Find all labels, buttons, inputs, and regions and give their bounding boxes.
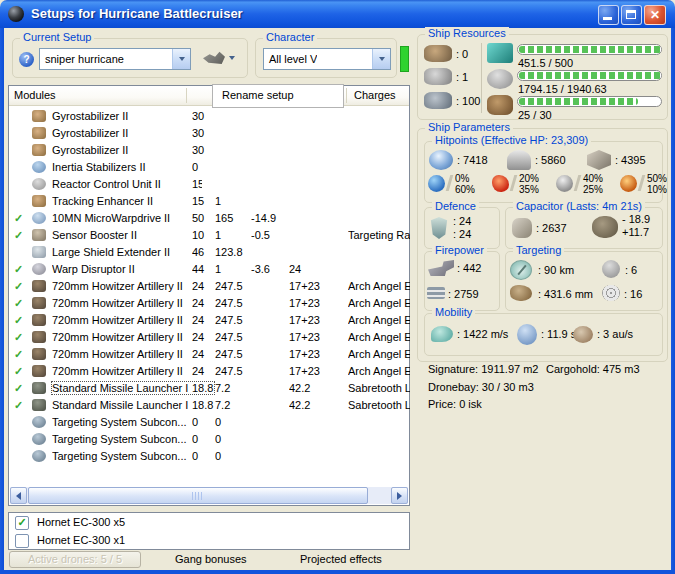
module-row[interactable]: ✓10MN MicroWarpdrive II50165-14.9: [9, 210, 409, 227]
window-border-right: [671, 28, 675, 570]
calibration-icon: [424, 92, 452, 109]
character-combobox[interactable]: All level V: [263, 48, 391, 70]
module-col-2: 247.5: [215, 297, 251, 309]
modules-list[interactable]: Modules Charges Rename setup Gyrostabili…: [8, 85, 410, 506]
mobility-group: Mobility : 1422 m/s : 11.9 s : 3 au/s: [424, 313, 663, 356]
module-icon: [32, 127, 46, 139]
module-col-1: 30: [192, 127, 205, 139]
mobility-label: Mobility: [432, 306, 475, 318]
module-col-1: 18.8: [192, 399, 216, 411]
rename-setup-popup[interactable]: Rename setup: [212, 84, 344, 108]
divider: [481, 43, 482, 113]
active-check-icon: ✓: [14, 212, 28, 225]
module-row[interactable]: ✓720mm Howitzer Artillery II24247.517+23…: [9, 329, 409, 346]
module-col-2: 1: [215, 229, 251, 241]
module-row[interactable]: Targeting System Subcon...00: [9, 448, 409, 465]
radar-needle: [517, 265, 526, 275]
align-time-icon: [517, 324, 537, 345]
tab-gang-bonuses[interactable]: Gang bonuses: [175, 553, 247, 565]
module-col-1: 0: [192, 433, 216, 445]
module-icon: [32, 331, 46, 343]
modules-list-header[interactable]: Modules Charges: [9, 86, 409, 106]
horizontal-scrollbar[interactable]: [10, 487, 408, 504]
cap-peak-value: +11.7: [622, 226, 649, 238]
module-icon: [32, 348, 46, 360]
module-name: 10MN MicroWarpdrive II: [52, 212, 170, 224]
module-charge: Sabretooth L: [348, 399, 410, 411]
module-row[interactable]: Inertia Stabilizers II0: [9, 159, 409, 176]
scrollbar-thumb[interactable]: [28, 487, 368, 504]
current-setup-group: Current Setup ? sniper hurricane: [12, 38, 248, 78]
module-col-4: 24: [289, 263, 341, 275]
drone-row[interactable]: Hornet EC-300 x1: [15, 533, 409, 549]
setup-combobox[interactable]: sniper hurricane: [39, 48, 191, 70]
drone-row[interactable]: ✓Hornet EC-300 x5: [15, 515, 409, 531]
module-col-2: 247.5: [215, 280, 251, 292]
module-col-1: 30: [192, 144, 205, 156]
active-check-icon: ✓: [14, 314, 28, 327]
defence-group: Defence : 24 : 24: [424, 207, 500, 249]
module-row[interactable]: ✓720mm Howitzer Artillery II24247.517+23…: [9, 363, 409, 380]
module-row[interactable]: ✓Sensor Booster II101-0.5Targeting Ra: [9, 227, 409, 244]
column-header-charges[interactable]: Charges: [354, 89, 396, 101]
module-icon: [32, 382, 46, 394]
module-row[interactable]: Targeting System Subcon...00: [9, 431, 409, 448]
close-button[interactable]: [644, 5, 666, 25]
app-icon: [8, 6, 24, 22]
module-charge: Arch Angel E: [348, 280, 410, 292]
module-name: Standard Missile Launcher I: [52, 399, 188, 411]
volley-icon: [427, 287, 445, 299]
shield-hp-value: : 7418: [457, 154, 488, 166]
module-row[interactable]: ✓Standard Missile Launcher I18.87.242.2S…: [9, 397, 409, 414]
ship-menu-button[interactable]: [203, 51, 235, 64]
tab-active-drones[interactable]: Active drones: 5 / 5: [9, 551, 141, 568]
scroll-left-button[interactable]: [10, 487, 27, 504]
module-row[interactable]: Tracking Enhancer II151: [9, 193, 409, 210]
module-row[interactable]: ✓720mm Howitzer Artillery II24247.517+23…: [9, 346, 409, 363]
chevron-down-icon: [229, 56, 235, 60]
drone-checkbox[interactable]: ✓: [15, 516, 29, 530]
title-bar[interactable]: Setups for Hurricane Battlecruiser: [0, 0, 675, 28]
module-name: Targeting System Subcon...: [52, 450, 187, 462]
setup-combobox-value: sniper hurricane: [40, 53, 124, 65]
character-label: Character: [263, 31, 317, 43]
em-resist-icon: [428, 175, 445, 192]
module-col-4: 17+23: [289, 297, 341, 309]
module-name: 720mm Howitzer Artillery II: [52, 280, 183, 292]
module-row[interactable]: Reactor Control Unit II15: [9, 176, 409, 193]
module-row[interactable]: Large Shield Extender II46123.8: [9, 244, 409, 261]
module-row[interactable]: ✓Standard Missile Launcher I18.87.242.2S…: [9, 380, 409, 397]
character-combobox-dropdown-button[interactable]: [372, 49, 390, 69]
column-separator[interactable]: [186, 88, 187, 103]
module-row[interactable]: Gyrostabilizer II30: [9, 108, 409, 125]
module-row[interactable]: Gyrostabilizer II30: [9, 142, 409, 159]
column-header-modules[interactable]: Modules: [14, 89, 56, 101]
scan-resolution-value: : 431.6 mm: [538, 288, 593, 300]
help-icon[interactable]: ?: [19, 52, 34, 67]
module-icon: [32, 246, 46, 258]
module-col-2: 7.2: [215, 399, 251, 411]
minimize-button[interactable]: [598, 5, 619, 25]
max-targets-value: : 6: [625, 264, 637, 276]
ship-parameters-group: Ship Parameters Hitpoints (Effective HP:…: [417, 128, 668, 362]
module-col-2: 247.5: [215, 314, 251, 326]
module-col-1: 44: [192, 263, 216, 275]
setup-combobox-dropdown-button[interactable]: [172, 49, 190, 69]
drone-list[interactable]: ✓Hornet EC-300 x5Hornet EC-300 x1: [8, 512, 410, 550]
module-row[interactable]: ✓720mm Howitzer Artillery II24247.517+23…: [9, 278, 409, 295]
module-col-1: 10: [192, 229, 216, 241]
scroll-right-button[interactable]: [391, 487, 408, 504]
module-row[interactable]: Gyrostabilizer II30: [9, 125, 409, 142]
dronebay-bar: [517, 96, 662, 107]
drone-checkbox[interactable]: [15, 534, 29, 548]
module-row[interactable]: Targeting System Subcon...00: [9, 414, 409, 431]
tab-projected-effects[interactable]: Projected effects: [300, 553, 382, 565]
maximize-button[interactable]: [621, 5, 642, 25]
column-separator[interactable]: [346, 88, 347, 103]
module-row[interactable]: ✓720mm Howitzer Artillery II24247.517+23…: [9, 312, 409, 329]
window-title: Setups for Hurricane Battlecruiser: [31, 6, 243, 21]
active-check-icon: ✓: [14, 348, 28, 361]
module-row[interactable]: ✓720mm Howitzer Artillery II24247.517+23…: [9, 295, 409, 312]
module-row[interactable]: ✓Warp Disruptor II441-3.624: [9, 261, 409, 278]
turret-hardpoints-value: : 0: [456, 48, 468, 60]
